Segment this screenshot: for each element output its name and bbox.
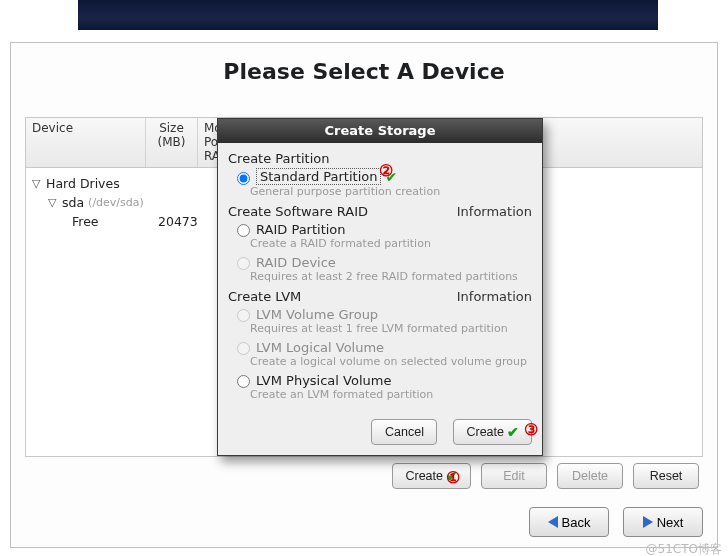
dialog-title: Create Storage — [218, 119, 542, 143]
disclosure-icon[interactable]: ▽ — [32, 177, 44, 190]
option-label: LVM Logical Volume — [256, 340, 384, 355]
option-label: Standard Partition — [256, 168, 381, 185]
col-device[interactable]: Device — [26, 118, 146, 167]
option-label: LVM Volume Group — [256, 307, 378, 322]
disclosure-icon[interactable]: ▽ — [48, 196, 60, 209]
device-sda: sda — [62, 195, 84, 210]
section-label: Create Software RAID — [228, 204, 368, 219]
edit-button: Edit — [481, 463, 547, 489]
annotation-1: ① — [446, 468, 460, 487]
hard-drives-label: Hard Drives — [46, 176, 120, 191]
dialog-create-button-label: Create — [466, 425, 504, 439]
option-raid-device: RAID Device — [228, 252, 532, 270]
annotation-2: ② — [379, 161, 393, 180]
annotation-3: ③ — [524, 420, 538, 439]
reset-button[interactable]: Reset — [633, 463, 699, 489]
arrow-left-icon — [548, 516, 558, 528]
radio-standard-partition[interactable] — [237, 172, 250, 185]
radio-lvm-lv — [237, 342, 250, 355]
device-sda-path: (/dev/sda) — [88, 196, 144, 209]
option-hint: Requires at least 1 free LVM formated pa… — [250, 322, 532, 335]
back-button[interactable]: Back — [529, 507, 609, 537]
cancel-button[interactable]: Cancel — [371, 419, 437, 445]
delete-button: Delete — [557, 463, 623, 489]
header-banner — [78, 0, 658, 30]
dialog-create-button[interactable]: Create ✔ — [453, 419, 532, 445]
information-link[interactable]: Information — [457, 289, 532, 304]
page-title: Please Select A Device — [11, 59, 717, 84]
section-create-raid: Create Software RAID Information — [228, 204, 532, 219]
information-link[interactable]: Information — [457, 204, 532, 219]
check-icon: ✔ — [507, 425, 519, 439]
option-raid-partition[interactable]: RAID Partition — [228, 219, 532, 237]
cancel-button-label: Cancel — [385, 425, 424, 439]
col-size[interactable]: Size (MB) — [146, 118, 198, 167]
dialog-actions: Cancel Create ✔ — [218, 411, 542, 455]
arrow-right-icon — [643, 516, 653, 528]
delete-button-label: Delete — [572, 469, 608, 483]
option-hint: Create a logical volume on selected volu… — [250, 355, 532, 368]
edit-button-label: Edit — [503, 469, 525, 483]
option-lvm-pv[interactable]: LVM Physical Volume — [228, 370, 532, 388]
option-label: RAID Partition — [256, 222, 346, 237]
option-hint: Requires at least 2 free RAID formated p… — [250, 270, 532, 283]
table-toolbar: Create ✔ Edit Delete Reset — [392, 463, 699, 489]
radio-raid-partition[interactable] — [237, 224, 250, 237]
section-label: Create LVM — [228, 289, 301, 304]
reset-button-label: Reset — [650, 469, 683, 483]
option-hint: Create a RAID formated partition — [250, 237, 532, 250]
section-label: Create Partition — [228, 151, 330, 166]
next-button[interactable]: Next — [623, 507, 703, 537]
option-label: LVM Physical Volume — [256, 373, 391, 388]
option-hint: Create an LVM formated partition — [250, 388, 532, 401]
radio-lvm-pv[interactable] — [237, 375, 250, 388]
option-hint: General purpose partition creation — [250, 185, 532, 198]
back-button-label: Back — [562, 515, 591, 530]
watermark: @51CTO博客 — [646, 541, 722, 556]
dialog-body: Create Partition Standard Partition ✔ Ge… — [218, 143, 542, 411]
option-lvm-vg: LVM Volume Group — [228, 304, 532, 322]
radio-raid-device — [237, 257, 250, 270]
create-button-label: Create — [405, 469, 443, 483]
wizard-nav: Back Next — [529, 507, 703, 537]
free-size: 20473 — [158, 214, 198, 229]
free-label: Free — [72, 214, 158, 229]
option-lvm-lv: LVM Logical Volume — [228, 337, 532, 355]
radio-lvm-vg — [237, 309, 250, 322]
next-button-label: Next — [657, 515, 684, 530]
section-create-lvm: Create LVM Information — [228, 289, 532, 304]
option-label: RAID Device — [256, 255, 336, 270]
